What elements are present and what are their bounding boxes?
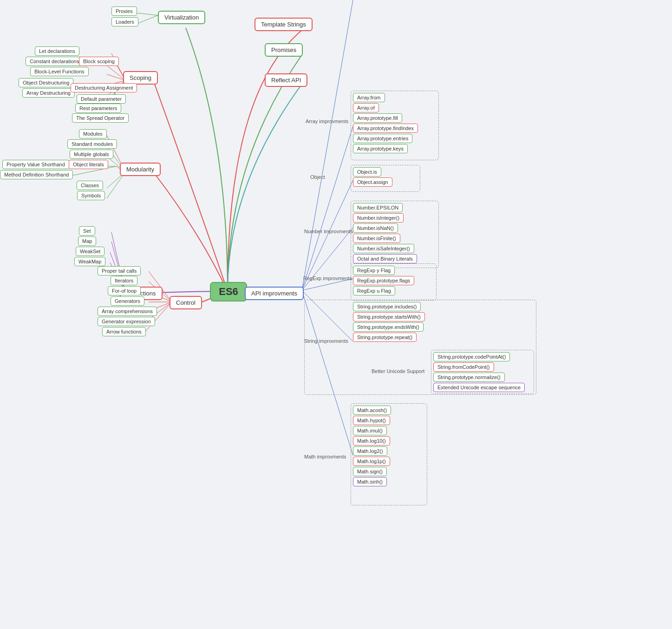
sub-generator-expression[interactable]: Generator expression [98, 317, 155, 326]
svg-line-4 [107, 74, 125, 80]
sub-rest-parameters[interactable]: Rest parameters [75, 104, 121, 113]
sub-array-prototype-fill[interactable]: Array.prototype.fill [353, 113, 402, 123]
sub-string-normalize[interactable]: String.prototype.normalize() [433, 373, 505, 382]
math-improvements-label: Math improvments [304, 454, 346, 459]
sub-object-destructuring[interactable]: Object Destructuring [19, 78, 73, 87]
sub-object-literals[interactable]: Object literals [69, 160, 108, 169]
svg-line-1 [137, 15, 158, 24]
unicode-support-label: Better Unicode Support [372, 368, 424, 374]
svg-line-32 [302, 180, 353, 290]
sub-math-hypot[interactable]: Math.hypot() [353, 416, 390, 425]
sub-string-startswith[interactable]: String.prototype.startsWith() [353, 312, 425, 321]
sub-spread-operator[interactable]: The Spread Operator [72, 113, 129, 123]
sub-destructuring-assignment[interactable]: Destructuring Assignment [71, 83, 137, 92]
sub-number-isnan[interactable]: Number.isNaN() [353, 223, 398, 233]
sub-block-scoping[interactable]: Block scoping [79, 57, 119, 66]
svg-line-31 [302, 126, 353, 290]
svg-line-0 [137, 13, 158, 15]
node-api-improvments[interactable]: API improvments [245, 287, 304, 300]
sub-regexp-prototype-flags[interactable]: RegExp.prototype.flags [353, 276, 414, 285]
sub-symbols[interactable]: Symbols [77, 191, 105, 200]
sub-math-sign[interactable]: Math.sign() [353, 467, 387, 476]
sub-array-from[interactable]: Array.from [353, 93, 385, 102]
sub-default-parameter[interactable]: Default parameter [77, 94, 126, 104]
sub-number-isfinite[interactable]: Number.isFinite() [353, 234, 400, 243]
sub-constant-declarations[interactable]: Constant declarations [26, 57, 83, 66]
sub-arrow-functions[interactable]: Arrow functions [102, 327, 146, 336]
sub-math-sinh[interactable]: Math.sinh() [353, 477, 387, 486]
node-control[interactable]: Control [170, 296, 202, 309]
string-improvements-label: String improvments [304, 338, 348, 344]
sub-classes[interactable]: Classes [77, 181, 103, 190]
sub-regexp-y-flag[interactable]: RegExp y Flag [353, 266, 395, 275]
sub-iterators[interactable]: Iterators [111, 276, 137, 285]
sub-number-epsilon[interactable]: Number.EPSILON [353, 203, 403, 212]
sub-set[interactable]: Set [79, 226, 95, 236]
sub-number-issafeinteger[interactable]: Number.isSafeInteger() [353, 244, 414, 253]
node-virtualization[interactable]: Virtualization [158, 11, 205, 24]
sub-for-of-loop[interactable]: For-of loop [108, 286, 141, 295]
sub-array-prototype-keys[interactable]: Array.prototype.keys [353, 144, 408, 153]
sub-object-assign[interactable]: Object.assign [353, 177, 392, 187]
sub-array-prototype-entries[interactable]: Array.prototype.entries [353, 134, 412, 143]
sub-standard-modules[interactable]: Standard modules [67, 139, 117, 149]
sub-array-destructuring[interactable]: Array Destructuring [22, 88, 75, 98]
sub-string-codepointat[interactable]: String.prototype.codePointAt() [433, 352, 510, 361]
sub-map[interactable]: Map [78, 236, 96, 246]
svg-line-3 [104, 64, 125, 80]
sub-string-endswith[interactable]: String.prototype.endsWith() [353, 322, 424, 332]
node-modularity[interactable]: Modularity [120, 163, 161, 176]
sub-math-log1p[interactable]: Math.log1p() [353, 457, 390, 466]
node-promises[interactable]: Promises [265, 43, 303, 57]
sub-proxies[interactable]: Proxies [111, 7, 137, 16]
sub-string-repeat[interactable]: String.prototype.repeat() [353, 333, 417, 342]
sub-object-is[interactable]: Object.is [353, 167, 381, 177]
sub-let-declarations[interactable]: Let declarations [35, 46, 79, 56]
sub-block-level-functions[interactable]: Block-Level Functions [30, 67, 89, 76]
sub-property-value-shorthand[interactable]: Property Value Shorthand [2, 160, 69, 169]
node-scoping[interactable]: Scoping [123, 71, 158, 85]
sub-array-prototype-findIndex[interactable]: Array.prototype.findIndex [353, 124, 418, 133]
sub-math-imul[interactable]: Math.imul() [353, 426, 387, 435]
sub-number-isinteger[interactable]: Number.isInteger() [353, 213, 404, 223]
node-template-strings[interactable]: Template Strings [254, 18, 313, 31]
number-improvements-label: Number improvments [304, 229, 353, 234]
sub-generators[interactable]: Generators [111, 296, 144, 306]
sub-octal-binary[interactable]: Octal and Binary Literals [353, 254, 417, 263]
object-label: Object [310, 174, 325, 180]
sub-string-includes[interactable]: String.prototype.includes() [353, 302, 421, 311]
sub-weakset[interactable]: WeakSet [76, 247, 104, 256]
sub-math-log10[interactable]: Math.log10() [353, 436, 390, 446]
sub-weakmap[interactable]: WeakMap [74, 257, 105, 266]
sub-array-comprehensions[interactable]: Array comprehensions [98, 307, 157, 316]
sub-math-log2[interactable]: Math.log2() [353, 446, 387, 456]
sub-array-of[interactable]: Array.of [353, 103, 379, 112]
sub-proper-tail-calls[interactable]: Proper tail calls [98, 266, 141, 275]
sub-modules[interactable]: Modules [79, 129, 107, 138]
node-reflect-api[interactable]: Reflect API [265, 73, 307, 87]
sub-math-acosh[interactable]: Math.acosh() [353, 406, 391, 415]
sub-extended-unicode[interactable]: Extended Unicode escape sequence [433, 383, 525, 392]
svg-line-36 [302, 0, 353, 290]
center-node: ES6 [210, 282, 247, 301]
sub-method-definition-shorthand[interactable]: Method Definition Shorthand [0, 170, 73, 179]
regexp-improvements-label: RegExp improvments [303, 275, 352, 281]
array-improvements-label: Array improvments [306, 118, 348, 124]
sub-loaders[interactable]: Loaders [111, 17, 138, 26]
sub-regexp-u-flag[interactable]: RegExp u Flag [353, 286, 395, 295]
sub-multiple-globals[interactable]: Multiple globals [70, 150, 113, 159]
sub-string-fromcodepoint[interactable]: String.fromCodePoint() [433, 362, 494, 372]
